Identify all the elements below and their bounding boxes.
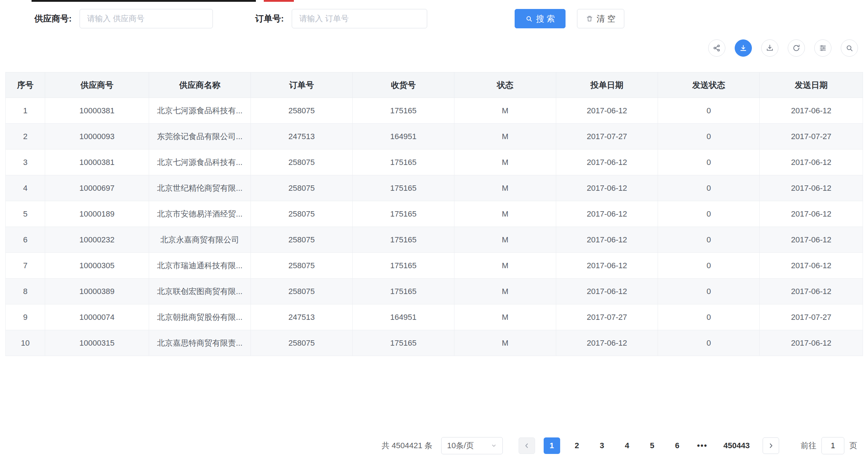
table-cell: 10000074 xyxy=(45,304,149,330)
export-icon[interactable] xyxy=(761,39,778,57)
table-row: 710000305北京市瑞迪通科技有限...258075175165M2017-… xyxy=(6,253,863,279)
table-cell: 北京市瑞迪通科技有限... xyxy=(149,253,251,279)
table-toolbar xyxy=(708,39,858,57)
total-count: 共 4504421 条 xyxy=(382,440,433,451)
table-cell: 175165 xyxy=(353,279,454,304)
zoom-icon[interactable] xyxy=(841,39,858,57)
search-button[interactable]: 搜 索 xyxy=(515,9,566,28)
table-cell: 10000389 xyxy=(45,279,149,304)
table-cell: 2017-06-12 xyxy=(760,253,863,279)
pagination-bar: 共 4504421 条 10条/页 123456•••450443 前往 页 xyxy=(382,437,857,455)
table-cell: 1 xyxy=(6,98,45,124)
table-body: 110000381北京七河源食品科技有...258075175165M2017-… xyxy=(6,98,863,356)
table-cell: 2017-06-12 xyxy=(760,227,863,253)
table-cell: 8 xyxy=(6,279,45,304)
table-cell: 164951 xyxy=(353,304,454,330)
table-cell: 0 xyxy=(658,201,760,227)
goto-suffix: 页 xyxy=(849,440,857,451)
table-cell: 2017-07-27 xyxy=(760,304,863,330)
table-row: 210000093东莞徐记食品有限公司...247513164951M2017-… xyxy=(6,124,863,150)
table-cell: 10000189 xyxy=(45,201,149,227)
table-cell: 2017-06-12 xyxy=(556,175,658,201)
prev-page-button[interactable] xyxy=(519,437,535,454)
table-cell: 258075 xyxy=(251,279,353,304)
table-cell: 0 xyxy=(658,279,760,304)
table-cell: 175165 xyxy=(353,201,454,227)
table-cell: 北京联创宏图商贸有限... xyxy=(149,279,251,304)
column-header: 供应商号 xyxy=(45,72,149,98)
page-button[interactable]: 3 xyxy=(594,437,610,454)
table-cell: 9 xyxy=(6,304,45,330)
table-cell: 0 xyxy=(658,175,760,201)
table-cell: 175165 xyxy=(353,227,454,253)
table-cell: 0 xyxy=(658,330,760,356)
table-cell: 2017-06-12 xyxy=(760,279,863,304)
table-cell: 0 xyxy=(658,124,760,150)
table-cell: M xyxy=(454,227,556,253)
table-cell: M xyxy=(454,279,556,304)
table-cell: 北京永嘉商贸有限公司 xyxy=(149,227,251,253)
page-ellipsis[interactable]: ••• xyxy=(694,437,711,454)
refresh-icon[interactable] xyxy=(788,39,805,57)
table-cell: 6 xyxy=(6,227,45,253)
table-cell: 2017-06-12 xyxy=(760,150,863,175)
page-button[interactable]: 5 xyxy=(644,437,660,454)
table-cell: M xyxy=(454,150,556,175)
next-page-button[interactable] xyxy=(763,437,779,454)
chevron-down-icon xyxy=(491,443,497,449)
table-cell: 258075 xyxy=(251,150,353,175)
order-number-input[interactable] xyxy=(292,9,427,28)
table-cell: 10 xyxy=(6,330,45,356)
column-header: 发送日期 xyxy=(760,72,863,98)
table-cell: M xyxy=(454,304,556,330)
search-icon xyxy=(525,15,533,22)
table-cell: 2017-07-27 xyxy=(760,124,863,150)
column-filter-icon[interactable] xyxy=(814,39,831,57)
goto-label: 前往 xyxy=(801,440,816,451)
goto-page: 前往 页 xyxy=(801,437,857,454)
page-size-value: 10条/页 xyxy=(447,440,474,451)
table-cell: 2017-06-12 xyxy=(556,201,658,227)
table-cell: 258075 xyxy=(251,201,353,227)
supplier-number-input[interactable] xyxy=(80,9,213,28)
table-row: 810000389北京联创宏图商贸有限...258075175165M2017-… xyxy=(6,279,863,304)
table-cell: 0 xyxy=(658,304,760,330)
page-button[interactable]: 4 xyxy=(619,437,635,454)
page-button[interactable]: 1 xyxy=(544,437,560,454)
table-cell: 2017-07-27 xyxy=(556,304,658,330)
table-cell: 164951 xyxy=(353,124,454,150)
table-cell: 0 xyxy=(658,98,760,124)
table-cell: 258075 xyxy=(251,227,353,253)
page-size-select[interactable]: 10条/页 xyxy=(441,437,503,454)
table-cell: 175165 xyxy=(353,98,454,124)
table-cell: 2017-06-12 xyxy=(556,330,658,356)
table-row: 510000189北京市安德易洋酒经贸...258075175165M2017-… xyxy=(6,201,863,227)
table-cell: 0 xyxy=(658,227,760,253)
table-cell: 10000381 xyxy=(45,150,149,175)
table-cell: 2017-06-12 xyxy=(760,98,863,124)
column-header: 订单号 xyxy=(251,72,353,98)
table-row: 410000697北京世纪精伦商贸有限...258075175165M2017-… xyxy=(6,175,863,201)
clear-button-label: 清 空 xyxy=(597,13,615,24)
table-cell: 258075 xyxy=(251,253,353,279)
table-cell: 东莞徐记食品有限公司... xyxy=(149,124,251,150)
table-cell: 2017-07-27 xyxy=(556,124,658,150)
page-button[interactable]: 450443 xyxy=(719,437,754,454)
table-cell: 2017-06-12 xyxy=(556,98,658,124)
share-icon[interactable] xyxy=(708,39,725,57)
table-cell: 0 xyxy=(658,253,760,279)
table-cell: 北京七河源食品科技有... xyxy=(149,150,251,175)
page-button[interactable]: 6 xyxy=(669,437,686,454)
table-cell: 247513 xyxy=(251,304,353,330)
clear-button[interactable]: 清 空 xyxy=(577,9,624,28)
table-cell: 175165 xyxy=(353,253,454,279)
table-cell: 北京嘉思特商贸有限责... xyxy=(149,330,251,356)
column-header: 投单日期 xyxy=(556,72,658,98)
column-header: 序号 xyxy=(6,72,45,98)
page-button[interactable]: 2 xyxy=(569,437,585,454)
download-icon[interactable] xyxy=(735,39,752,57)
order-number-label: 订单号: xyxy=(255,13,284,24)
filter-bar: 供应商号: 订单号: 搜 索 清 空 xyxy=(0,8,868,29)
goto-page-input[interactable] xyxy=(821,437,844,454)
table-cell: 北京七河源食品科技有... xyxy=(149,98,251,124)
